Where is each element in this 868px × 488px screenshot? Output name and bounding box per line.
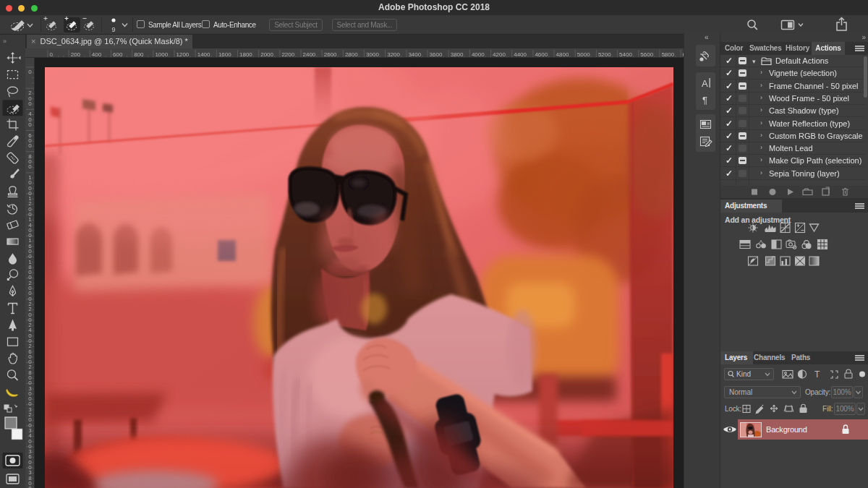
svg-text:2600: 2600 (324, 51, 337, 58)
svg-text:1000: 1000 (155, 51, 168, 58)
svg-text:600: 600 (113, 51, 123, 58)
svg-text:5600: 5600 (640, 51, 653, 58)
svg-text:2200: 2200 (281, 51, 294, 58)
svg-text:0: 0 (28, 163, 32, 170)
svg-text:3000: 3000 (366, 51, 379, 58)
svg-text:1400: 1400 (197, 51, 210, 58)
svg-text:3400: 3400 (408, 51, 421, 58)
svg-text:5800: 5800 (661, 51, 674, 58)
svg-text:4000: 4000 (472, 51, 485, 58)
svg-text:5400: 5400 (619, 51, 632, 58)
svg-text:200: 200 (71, 51, 81, 58)
svg-text:800: 800 (134, 51, 144, 58)
svg-text:2400: 2400 (303, 51, 316, 58)
svg-text:1200: 1200 (176, 51, 190, 58)
svg-text:3800: 3800 (451, 51, 464, 58)
svg-text:0: 0 (50, 51, 54, 58)
svg-text:T: T (814, 369, 820, 380)
svg-text:4800: 4800 (556, 51, 569, 58)
svg-text:0: 0 (28, 69, 32, 75)
svg-text:5000: 5000 (577, 51, 590, 58)
svg-text:0: 0 (28, 100, 32, 107)
svg-text:9: 9 (111, 26, 115, 33)
svg-text:2800: 2800 (345, 51, 358, 58)
svg-text:4200: 4200 (493, 51, 506, 58)
svg-text:0: 0 (28, 121, 32, 128)
svg-text:Normal: Normal (729, 388, 752, 396)
svg-text:1800: 1800 (239, 51, 252, 58)
svg-text:0: 0 (28, 485, 32, 488)
svg-text:¶: ¶ (702, 95, 707, 106)
svg-text:Kind: Kind (736, 370, 751, 378)
svg-text:1600: 1600 (218, 51, 231, 58)
svg-text:0: 0 (28, 142, 32, 149)
svg-text:3200: 3200 (387, 51, 400, 58)
svg-text:2000: 2000 (260, 51, 273, 58)
svg-text:5200: 5200 (598, 51, 611, 58)
svg-text:4600: 4600 (535, 51, 548, 58)
svg-text:A: A (702, 78, 708, 89)
svg-text:3600: 3600 (430, 51, 443, 58)
svg-text:400: 400 (92, 51, 102, 58)
svg-text:4400: 4400 (514, 51, 527, 58)
